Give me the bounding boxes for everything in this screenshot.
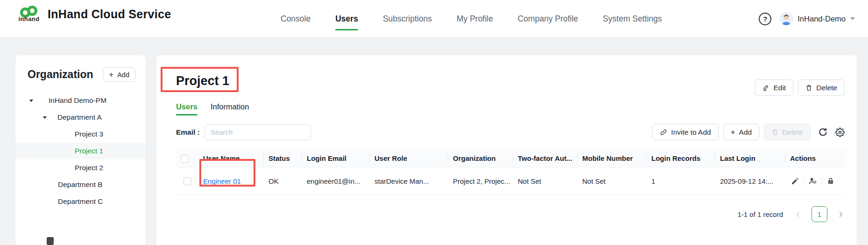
col-user-role: User Role xyxy=(370,150,448,167)
tree-item-label: Department A xyxy=(57,113,102,122)
email-filter-label: Email : xyxy=(176,128,200,137)
col-status: Status xyxy=(264,150,302,167)
page-1-button[interactable]: 1 xyxy=(812,206,827,222)
edit-user-icon[interactable] xyxy=(790,177,804,185)
row-checkbox[interactable] xyxy=(183,177,191,185)
project-header-row: Project 1 Edit Delet xyxy=(176,67,845,96)
add-user-label: Add xyxy=(739,128,752,137)
sidebar-title: Organization xyxy=(28,68,93,81)
col-actions: Actions xyxy=(785,150,845,167)
col-login-email: Login Email xyxy=(302,150,370,167)
cell-user-role: starDevice Man... xyxy=(370,167,448,195)
account-name: InHand-Demo xyxy=(797,14,846,23)
col-mobile-number: Mobile Number xyxy=(578,150,647,167)
row-actions xyxy=(790,167,840,195)
tree-item-department-a[interactable]: Department A xyxy=(15,109,146,126)
chevron-down-icon xyxy=(850,17,855,20)
trash-icon xyxy=(805,84,812,91)
lock-icon[interactable] xyxy=(822,177,839,185)
cell-login-email: engineer01@in... xyxy=(302,167,370,195)
page-title: Project 1 xyxy=(176,74,229,88)
avatar xyxy=(780,12,793,25)
tree-item-label: Project 2 xyxy=(75,164,103,172)
organization-sidebar: Organization + Add InHand Demo-PM Depart… xyxy=(15,55,146,245)
select-all-checkbox[interactable] xyxy=(181,155,189,163)
nav-users[interactable]: Users xyxy=(334,11,359,27)
trash-icon xyxy=(771,129,778,136)
plus-icon: + xyxy=(109,71,113,79)
scrollbar-thumb[interactable] xyxy=(47,237,54,245)
col-login-records: Login Records xyxy=(647,150,715,167)
cell-last-login: 2025-09-12 14:... xyxy=(715,167,785,195)
delete-project-label: Delete xyxy=(816,84,837,92)
header-right-group: ? InHand-Demo xyxy=(759,0,855,37)
tree-item-project-1[interactable]: Project 1 xyxy=(15,143,146,159)
tree-item-project-3[interactable]: Project 3 xyxy=(15,126,146,143)
pagination-summary: 1-1 of 1 record xyxy=(737,210,783,218)
project-action-buttons: Edit Delete xyxy=(755,79,845,96)
help-icon[interactable]: ? xyxy=(759,13,771,25)
nav-subscriptions[interactable]: Subscriptions xyxy=(382,11,433,27)
tab-users[interactable]: Users xyxy=(176,102,198,115)
gear-icon[interactable] xyxy=(835,128,845,137)
add-organization-button[interactable]: + Add xyxy=(103,67,135,82)
refresh-icon[interactable] xyxy=(818,127,828,137)
expand-caret-icon[interactable] xyxy=(43,116,47,119)
nav-console[interactable]: Console xyxy=(280,11,311,27)
nav-my-profile[interactable]: My Profile xyxy=(456,11,494,27)
edit-project-button[interactable]: Edit xyxy=(755,79,793,96)
add-user-button[interactable]: + Add xyxy=(723,124,760,140)
delete-users-label: Delete xyxy=(782,128,803,137)
edit-project-label: Edit xyxy=(773,84,786,92)
user-name-link[interactable]: Engineer 01 xyxy=(203,177,241,185)
add-organization-label: Add xyxy=(117,71,129,79)
detail-tabs: Users Information xyxy=(176,102,845,115)
cell-two-factor: Not Set xyxy=(513,167,578,195)
tree-item-label: Department B xyxy=(58,180,103,189)
table-header-row: User Name Status Login Email User Role O… xyxy=(176,150,845,167)
cell-organization: Project 2, Projec... xyxy=(448,167,513,195)
col-user-name: User Name xyxy=(198,150,264,167)
cell-login-records: 1 xyxy=(647,167,715,195)
next-page-icon[interactable] xyxy=(837,210,845,218)
invite-to-add-label: Invite to Add xyxy=(671,128,711,137)
logo-wordmark: inhand xyxy=(18,15,39,22)
tree-item-inhand-demo-pm[interactable]: InHand Demo-PM xyxy=(15,92,146,109)
tree-item-project-2[interactable]: Project 2 xyxy=(15,159,146,176)
brand-logo: inhand InHand Cloud Service xyxy=(16,6,171,22)
col-last-login: Last Login xyxy=(715,150,785,167)
invite-to-add-button[interactable]: Invite to Add xyxy=(652,124,718,140)
col-two-factor: Two-factor Aut... xyxy=(513,150,578,167)
delete-users-button[interactable]: Delete xyxy=(764,124,811,140)
tree-item-label: Department C xyxy=(58,197,103,206)
previous-page-icon[interactable] xyxy=(794,210,802,218)
cell-mobile-number: Not Set xyxy=(578,167,647,195)
account-menu[interactable]: InHand-Demo xyxy=(780,12,855,25)
tab-information[interactable]: Information xyxy=(211,102,249,115)
table-row: Engineer 01 OK engineer01@in... starDevi… xyxy=(176,167,845,195)
plus-icon: + xyxy=(731,128,735,136)
inhand-logo-icon: inhand xyxy=(16,6,42,22)
link-icon xyxy=(660,129,667,136)
filter-toolbar-row: Email : Invite to Add + Add xyxy=(176,124,845,140)
col-organization: Organization xyxy=(448,150,513,167)
table-toolbar: Invite to Add + Add Delete xyxy=(648,124,845,140)
tree-item-department-b[interactable]: Department B xyxy=(15,176,146,193)
nav-system-settings[interactable]: System Settings xyxy=(602,11,663,27)
tree-item-label: Project 1 xyxy=(75,147,103,155)
tree-item-label: Project 3 xyxy=(75,130,103,138)
pagination: 1-1 of 1 record 1 xyxy=(176,206,845,222)
pencil-icon xyxy=(762,84,769,91)
cell-status: OK xyxy=(264,167,302,195)
sidebar-header: Organization + Add xyxy=(15,55,146,82)
delete-project-button[interactable]: Delete xyxy=(798,79,845,96)
brand-title: InHand Cloud Service xyxy=(48,7,171,21)
tree-item-label: InHand Demo-PM xyxy=(49,96,106,105)
transfer-user-icon[interactable] xyxy=(804,177,822,185)
expand-caret-icon[interactable] xyxy=(29,100,33,102)
project-detail-panel: Project 1 Edit Delet xyxy=(156,55,857,245)
email-search-input[interactable] xyxy=(205,124,311,140)
tree-item-department-c[interactable]: Department C xyxy=(15,193,146,210)
nav-company-profile[interactable]: Company Profile xyxy=(517,11,579,27)
organization-tree: InHand Demo-PM Department A Project 3 Pr… xyxy=(15,92,146,210)
